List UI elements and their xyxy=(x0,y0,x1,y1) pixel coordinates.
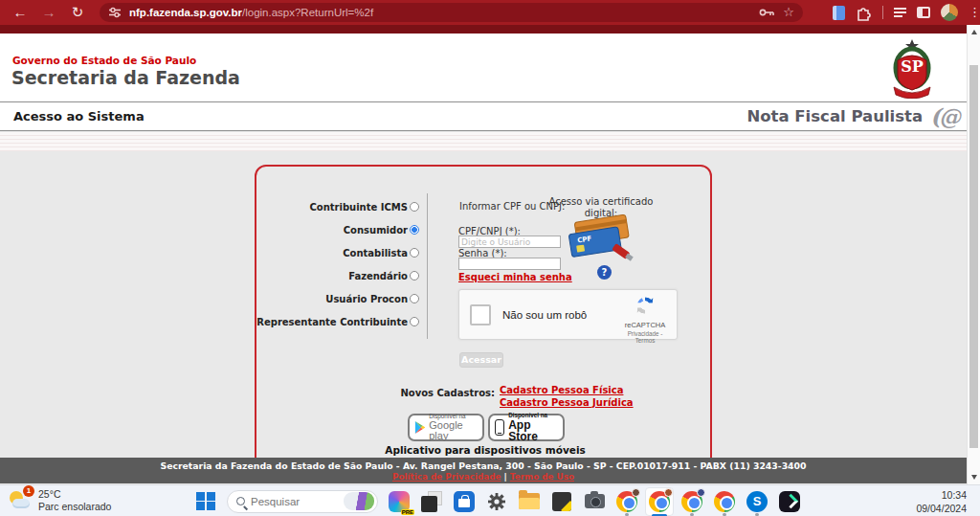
browser-toolbar: ← → ↻ nfp.fazenda.sp.gov.br/login.aspx?R… xyxy=(0,0,980,25)
chrome-profile1-button[interactable] xyxy=(615,490,638,513)
radio-usuario-procon[interactable]: Usuário Procon xyxy=(256,287,419,310)
page-title: Secretaria da Fazenda xyxy=(11,67,240,88)
forward-icon[interactable]: → xyxy=(38,3,59,22)
scroll-down-icon[interactable] xyxy=(971,475,977,480)
chrome-profile2-button-active[interactable] xyxy=(648,490,671,513)
radio-representante-contribuinte[interactable]: Representante Contribuinte xyxy=(256,310,419,333)
extension-blue-icon[interactable] xyxy=(833,6,845,20)
copilot-button[interactable]: PRE xyxy=(388,490,411,513)
clipchamp-button[interactable] xyxy=(778,490,801,513)
search-input[interactable] xyxy=(251,496,338,507)
gear-icon xyxy=(487,492,506,511)
google-play-badge[interactable]: Disponível na Google play xyxy=(408,414,484,441)
recaptcha-label: Não sou um robô xyxy=(502,309,587,321)
radio-button[interactable] xyxy=(410,271,419,280)
svg-text:SP: SP xyxy=(901,57,924,76)
weather-icon: 1 xyxy=(8,488,33,513)
site-settings-icon[interactable] xyxy=(108,6,122,19)
weather-desc: Parc ensolarado xyxy=(38,501,111,513)
radio-consumidor[interactable]: Consumidor xyxy=(256,218,419,241)
recaptcha-logo-icon xyxy=(635,295,656,316)
privacy-policy-link[interactable]: Política de Privacidade xyxy=(392,472,501,482)
radio-fazendario[interactable]: Fazendário xyxy=(256,264,419,287)
weather-widget[interactable]: 1 25°C Parc ensolarado xyxy=(8,488,111,513)
microsoft-store-button[interactable] xyxy=(453,490,476,513)
url-path: /login.aspx?ReturnUrl=%2f xyxy=(242,7,373,18)
radio-button[interactable] xyxy=(410,294,419,303)
section-title: Acesso ao Sistema xyxy=(13,109,145,123)
radio-button[interactable] xyxy=(410,317,419,326)
clock-date: 09/04/2024 xyxy=(916,503,967,516)
taskbar-icons: PRE xyxy=(194,485,801,516)
weather-temp: 25°C xyxy=(38,488,111,501)
app-dark-yellow-button[interactable] xyxy=(550,490,573,513)
extension-list-icon[interactable] xyxy=(894,8,906,17)
reload-icon[interactable]: ↻ xyxy=(67,3,88,22)
radio-contribuinte-icms[interactable]: Contribuinte ICMS xyxy=(256,195,419,218)
taskbar-search[interactable] xyxy=(227,490,378,513)
footer-address: Secretaria da Fazenda do Estado de São P… xyxy=(0,460,967,471)
badge-big-text: App Store xyxy=(508,419,558,442)
cpf-input[interactable] xyxy=(458,236,561,248)
camera-button[interactable] xyxy=(583,490,606,513)
password-key-icon[interactable] xyxy=(759,7,775,18)
app-store-badge[interactable]: Disponível na App Store xyxy=(488,414,565,441)
settings-button[interactable] xyxy=(485,490,508,513)
side-panel-icon[interactable] xyxy=(917,7,930,18)
profile-avatar[interactable] xyxy=(941,4,958,21)
terms-of-use-link[interactable]: Termo de Uso xyxy=(510,472,574,482)
url-host: nfp.fazenda.sp.gov.br xyxy=(129,7,242,18)
login-box: Contribuinte ICMS Consumidor Contabilist… xyxy=(255,165,712,481)
cadastro-pessoa-fisica-link[interactable]: Cadastro Pessoa Física xyxy=(500,384,634,396)
clock-time: 10:34 xyxy=(916,489,967,503)
senha-input[interactable] xyxy=(458,258,561,270)
page-scrollbar[interactable] xyxy=(967,25,980,484)
acessar-button[interactable]: Acessar xyxy=(459,352,503,368)
footer-link-divider: | xyxy=(504,472,507,482)
radio-label: Fazendário xyxy=(348,271,408,281)
store-badges: Disponível na Google play Disponível na … xyxy=(408,414,565,441)
recaptcha-name: reCAPTCHA xyxy=(619,321,671,329)
file-explorer-button[interactable] xyxy=(518,490,541,513)
radio-label: Contabilista xyxy=(343,248,408,258)
toolbar-separator xyxy=(882,6,883,19)
badge-big-text: Google play xyxy=(429,420,478,441)
skype-button[interactable]: S xyxy=(746,490,768,513)
extensions-puzzle-icon[interactable] xyxy=(856,5,872,21)
header-divider-stripes xyxy=(0,132,980,151)
government-label: Governo do Estado de São Paulo xyxy=(12,55,196,66)
recaptcha-brand: reCAPTCHA Privacidade - Termos xyxy=(619,295,671,344)
certificate-cards-image[interactable]: CPF xyxy=(568,214,637,262)
forgot-password-link[interactable]: Esqueci minha senha xyxy=(458,272,572,282)
scrollbar-thumb[interactable] xyxy=(969,65,978,448)
notification-badge: 1 xyxy=(23,485,34,497)
chrome-profile4-button[interactable] xyxy=(713,490,736,513)
cadastro-pessoa-juridica-link[interactable]: Cadastro Pessoa Jurídica xyxy=(500,396,634,409)
radio-button[interactable] xyxy=(410,202,419,212)
radio-button[interactable] xyxy=(410,248,419,258)
back-icon[interactable]: ← xyxy=(10,3,31,22)
radio-contabilista[interactable]: Contabilista xyxy=(256,241,419,264)
google-play-icon xyxy=(414,420,425,435)
recaptcha-terms[interactable]: Privacidade - Termos xyxy=(619,330,671,344)
app-dark-square-button[interactable] xyxy=(420,490,443,513)
profile-radio-group: Contribuinte ICMS Consumidor Contabilist… xyxy=(256,195,419,333)
help-icon[interactable]: ? xyxy=(597,265,612,280)
browser-menu-icon[interactable]: ⋮ xyxy=(969,8,974,17)
chrome-profile3-button[interactable] xyxy=(680,490,703,513)
nfp-logo-icon: (@ xyxy=(930,103,959,129)
radio-button-selected[interactable] xyxy=(410,225,419,235)
bookmark-star-icon[interactable]: ☆ xyxy=(783,7,794,18)
taskbar-clock[interactable]: 10:34 09/04/2024 xyxy=(916,489,967,515)
address-bar[interactable]: nfp.fazenda.sp.gov.br/login.aspx?ReturnU… xyxy=(100,3,803,22)
app-store-phone-icon xyxy=(495,419,504,436)
radio-label: Contribuinte ICMS xyxy=(309,202,408,213)
brand-title: Nota Fiscal Paulista xyxy=(746,107,923,125)
url-text[interactable]: nfp.fazenda.sp.gov.br/login.aspx?ReturnU… xyxy=(129,7,751,18)
scroll-up-icon[interactable] xyxy=(971,30,977,34)
page-top-strip xyxy=(0,25,980,34)
start-button[interactable] xyxy=(194,490,217,513)
pre-badge: PRE xyxy=(401,509,414,515)
recaptcha-checkbox[interactable] xyxy=(470,304,491,325)
radio-label: Consumidor xyxy=(344,225,408,236)
